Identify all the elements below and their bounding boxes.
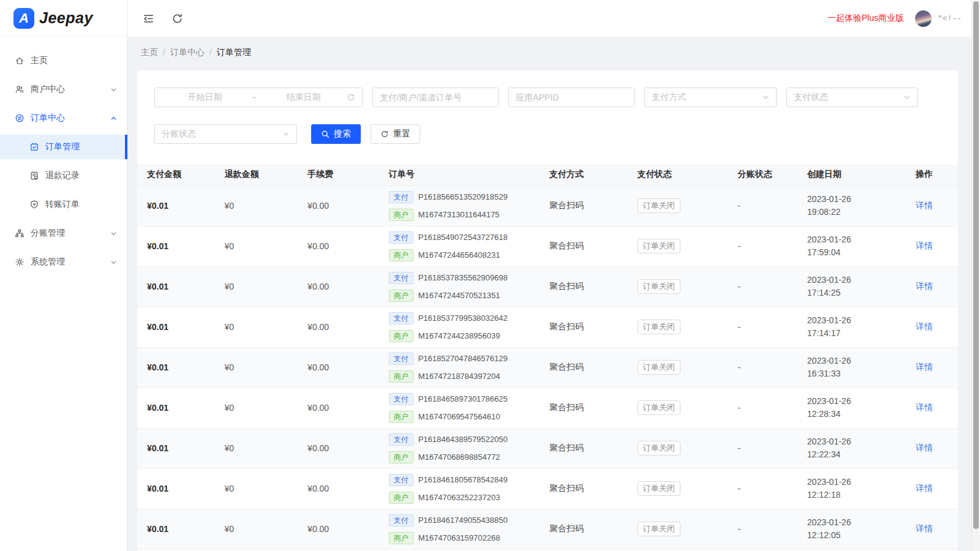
fee-cell: ¥0.00 <box>298 388 379 428</box>
order-no-cell: 支付P1618465897301786625商户M167470695475646… <box>379 388 540 428</box>
amount-cell: ¥0.01 <box>137 468 215 509</box>
column-header: 支付状态 <box>628 164 728 186</box>
sidebar-item-merchant[interactable]: 商户中心 <box>0 77 127 102</box>
create-date-cell: 2023-01-2617:59:04 <box>797 226 906 266</box>
detail-link[interactable]: 详情 <box>916 281 933 291</box>
refund-icon <box>29 171 39 181</box>
sidebar-item-division[interactable]: 分账管理 <box>0 221 127 246</box>
sidebar-item-transfer[interactable]: 转账订单 <box>0 192 127 217</box>
sidebar-item-order-manage[interactable]: 订单管理 <box>0 135 127 159</box>
page-scrollbar[interactable] <box>971 0 980 551</box>
pay-order-tag: 支付 <box>389 393 413 405</box>
appid-input[interactable] <box>509 88 634 107</box>
pay-order-tag: 支付 <box>389 433 413 446</box>
column-header: 支付方式 <box>540 164 628 186</box>
breadcrumb-separator: / <box>163 47 165 57</box>
detail-link[interactable]: 详情 <box>916 443 933 452</box>
fee-cell: ¥0.00 <box>298 266 379 307</box>
artifact-text: "<!-- <box>938 14 962 23</box>
sidebar-item-refund[interactable]: 退款记录 <box>0 163 127 188</box>
detail-link[interactable]: 详情 <box>916 362 933 372</box>
reload-icon[interactable] <box>172 13 183 24</box>
date-end-placeholder: 结束日期 <box>260 92 347 103</box>
detail-link[interactable]: 详情 <box>916 241 933 250</box>
table-row: ¥0.01¥0¥0.00支付P1618464389579522050商户M167… <box>137 428 958 468</box>
division-state-placeholder: 分账状态 <box>162 129 196 140</box>
table-row: ¥0.01¥0¥0.00支付P1618537835562909698商户M167… <box>137 266 958 307</box>
pay-order-tag: 支付 <box>389 514 413 527</box>
logo[interactable]: A Jeepay <box>0 0 127 37</box>
division-state-cell: - <box>728 509 797 549</box>
sidebar-item-label: 订单管理 <box>45 141 117 152</box>
scrollbar-thumb[interactable] <box>973 1 979 529</box>
amount-cell: ¥0.01 <box>137 226 215 266</box>
pay-order-tag: 支付 <box>389 353 413 365</box>
pay-way-select[interactable]: 支付方式 <box>644 88 777 107</box>
date-range-picker[interactable]: 开始日期 ~ 结束日期 <box>154 88 363 107</box>
order-closed-badge: 订单关闭 <box>638 441 680 455</box>
division-state-select[interactable]: 分账状态 <box>154 124 297 144</box>
order-closed-badge: 订单关闭 <box>638 279 680 294</box>
chevron-down-icon <box>282 130 290 138</box>
detail-link[interactable]: 详情 <box>916 402 933 412</box>
division-state-cell: - <box>728 266 797 307</box>
sidebar-item-home[interactable]: 主页 <box>0 48 127 73</box>
breadcrumb-item[interactable]: 主页 <box>141 47 158 57</box>
column-header: 手续费 <box>298 164 379 186</box>
mch-order-tag: 商户 <box>389 330 413 342</box>
amount-cell: ¥0.01 <box>137 347 215 388</box>
date-start-placeholder: 开始日期 <box>162 92 248 103</box>
refund-cell: ¥0 <box>215 428 298 468</box>
pay-way-cell: 聚合扫码 <box>540 428 628 468</box>
mch-order-tag: 商户 <box>389 411 413 423</box>
reset-button[interactable]: 重置 <box>371 124 420 144</box>
search-button[interactable]: 搜索 <box>311 124 361 144</box>
order-closed-badge: 订单关闭 <box>638 198 680 213</box>
pay-way-cell: 聚合扫码 <box>540 388 628 428</box>
breadcrumb: 主页/订单中心/订单管理 <box>127 37 971 58</box>
detail-link[interactable]: 详情 <box>916 523 933 533</box>
division-state-cell: - <box>728 428 797 468</box>
sidebar-item-label: 主页 <box>31 55 117 66</box>
action-cell: 详情 <box>906 266 958 307</box>
division-state-cell: - <box>728 307 797 347</box>
pay-state-placeholder: 支付状态 <box>794 92 828 103</box>
pay-state-cell: 订单关闭 <box>628 468 728 509</box>
order-no-input[interactable] <box>373 88 498 107</box>
menu-fold-icon[interactable] <box>143 13 154 24</box>
breadcrumb-item: 订单管理 <box>217 47 251 57</box>
detail-link[interactable]: 详情 <box>916 321 933 331</box>
division-icon <box>15 228 24 238</box>
sidebar-item-order-center[interactable]: 订单中心 <box>0 106 127 130</box>
refund-cell: ¥0 <box>215 347 298 388</box>
mch-order-no: M16747063159702268 <box>418 533 500 542</box>
amount-cell: ¥0.01 <box>137 266 215 307</box>
pay-way-cell: 聚合扫码 <box>540 307 628 347</box>
refund-cell: ¥0 <box>215 468 298 509</box>
breadcrumb-item[interactable]: 订单中心 <box>170 47 205 57</box>
pay-state-cell: 订单关闭 <box>628 428 728 468</box>
order-no-cell: 支付P1618461805678542849商户M167470632522372… <box>379 468 540 509</box>
pay-state-cell: 订单关闭 <box>628 266 728 307</box>
pay-state-cell: 订单关闭 <box>628 509 728 549</box>
user-avatar[interactable] <box>915 10 932 27</box>
pay-order-no: P1618464389579522050 <box>418 435 508 444</box>
plus-promo-link[interactable]: 一起体验Plus商业版 <box>827 13 904 24</box>
column-header: 支付金额 <box>137 164 215 186</box>
pay-order-no: P1618461749055438850 <box>418 515 508 525</box>
detail-link[interactable]: 详情 <box>916 483 933 493</box>
action-cell: 详情 <box>906 186 958 226</box>
filter-row-1: 开始日期 ~ 结束日期 <box>154 88 941 107</box>
pay-state-cell: 订单关闭 <box>628 307 728 347</box>
mch-order-no: M16747244570521351 <box>418 291 500 300</box>
chevron-down-icon <box>903 94 911 101</box>
sidebar-item-label: 订单中心 <box>31 113 110 124</box>
system-icon <box>15 257 24 267</box>
sidebar-item-system[interactable]: 系统管理 <box>0 250 127 274</box>
detail-link[interactable]: 详情 <box>916 200 933 210</box>
division-state-cell: - <box>728 347 797 388</box>
pay-state-select[interactable]: 支付状态 <box>786 88 918 107</box>
column-header: 创建日期 <box>797 164 906 186</box>
sidebar-item-label: 分账管理 <box>31 228 110 239</box>
chevron-down-icon <box>110 86 117 93</box>
